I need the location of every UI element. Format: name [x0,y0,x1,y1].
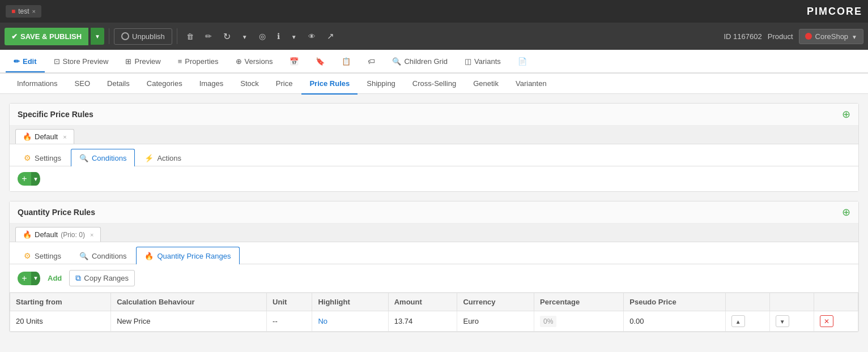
specific-tab-settings[interactable]: Settings [15,149,70,166]
delete-icon [824,317,829,325]
pencil-button[interactable] [201,29,216,44]
cell-calculation: New Price [111,311,267,332]
cell-up[interactable] [725,311,769,332]
row-delete-button[interactable] [820,315,833,327]
col-percentage: Percentage [534,293,624,311]
tab-cross-selling[interactable]: Cross-Selling [405,74,464,95]
add-circle-icon-qty: ⊕ [842,207,850,218]
refresh-icon [223,31,231,42]
tab-varianten[interactable]: Varianten [508,74,555,95]
tab-variants[interactable]: ◫ Variants [457,51,509,72]
tab-tags[interactable]: 🏷 [360,51,383,72]
tab-price-rules[interactable]: Price Rules [301,74,358,95]
quantity-rule-tab-close[interactable]: × [90,231,93,238]
top-tab[interactable]: ■ test × [6,5,41,18]
add-label-button[interactable]: Add [45,271,65,285]
save-publish-button[interactable]: SAVE & PUBLISH [5,28,88,45]
specific-rule-tab-default[interactable]: 🔥 Default × [15,129,74,144]
down-arrow-icon [780,317,785,325]
caret-icon [242,32,248,41]
tab-details[interactable]: Details [99,74,138,95]
trash-button[interactable] [182,29,198,44]
quantity-rule-tabs-bar: 🔥 Default (Prio: 0) × [10,224,858,242]
percentage-value: 0% [540,316,556,327]
cell-starting-from: 20 Units [10,311,111,332]
tab-children-grid[interactable]: 🔍 Children Grid [384,51,456,72]
eye-button[interactable] [304,29,320,44]
quantity-table-container: Starting from Calculation Behaviour Unit… [10,293,858,332]
eye-icon [308,32,316,41]
tab-edit[interactable]: ✏ Edit [6,51,45,72]
add-circle-icon: ⊕ [842,109,850,120]
quantity-tab-settings[interactable]: Settings [15,247,70,264]
quantity-add-main-button[interactable]: + [18,272,31,285]
tab-notes[interactable]: 📄 [510,51,535,72]
store-badge[interactable]: CoreShop [799,29,863,44]
specific-tab-actions[interactable]: Actions [136,149,190,166]
tab-versions[interactable]: ⊕ Versions [228,51,281,72]
specific-add-row: + ▼ [10,166,858,191]
copy-ranges-button[interactable]: Copy Ranges [69,270,135,286]
info-dropdown-button[interactable] [287,29,301,44]
specific-rule-tab-label: Default [35,132,58,141]
tab-properties[interactable]: ≡ Properties [170,51,227,72]
tab-tasks[interactable]: 📋 [334,51,359,72]
product-tab-bar: Informations SEO Details Categories Imag… [0,74,868,94]
row-up-button[interactable] [731,315,745,327]
preview-icon: ⊞ [125,57,131,66]
specific-price-rules-title: Specific Price Rules [18,110,93,119]
col-calculation: Calculation Behaviour [111,293,267,311]
top-bar: ■ test × PIMCORE [0,0,868,23]
specific-rule-tab-close[interactable]: × [63,134,66,140]
tab-categories[interactable]: Categories [139,74,190,95]
specific-price-rules-section: Specific Price Rules ⊕ 🔥 Default × Setti… [9,103,859,192]
edit-icon: ✏ [14,57,20,66]
tab-store-preview[interactable]: ⊡ Store Preview [46,51,117,72]
tab-schedule[interactable]: 📅 [282,51,307,72]
tab-informations[interactable]: Informations [9,74,66,95]
quantity-tab-conditions[interactable]: Conditions [71,247,135,264]
tab-seo[interactable]: SEO [67,74,98,95]
tab-stock[interactable]: Stock [232,74,267,95]
tab-genetik[interactable]: Genetik [465,74,507,95]
cell-delete[interactable] [814,311,858,332]
row-down-button[interactable] [776,315,789,327]
flame-icon-quantity: 🔥 [23,230,32,239]
cell-down[interactable] [769,311,814,332]
col-actions-3 [814,293,858,311]
tab-price[interactable]: Price [268,74,301,95]
target-button[interactable] [254,29,270,44]
refresh-button[interactable] [219,28,235,45]
col-currency: Currency [457,293,534,311]
quantity-tab-ranges[interactable]: 🔥 Quantity Price Ranges [136,247,239,264]
properties-icon: ≡ [178,57,182,66]
col-pseudo-price: Pseudo Price [624,293,726,311]
tab-close-icon[interactable]: × [32,8,36,15]
refresh-dropdown-button[interactable] [237,29,252,44]
specific-add-main-button[interactable]: + [18,172,31,186]
versions-icon: ⊕ [236,57,242,66]
quantity-rules-add-button[interactable]: ⊕ [842,207,850,217]
cell-pseudo-price: 0.00 [624,311,726,332]
quantity-inner-tabs: Settings Conditions 🔥 Quantity Price Ran… [10,242,858,264]
unpublish-button[interactable]: Unpublish [114,28,172,45]
col-unit: Unit [267,293,312,311]
search-icon-quantity [79,252,88,260]
specific-tab-conditions[interactable]: Conditions [71,149,135,166]
specific-add-dropdown-button[interactable]: ▼ [31,172,40,186]
info-button[interactable] [273,29,284,44]
copy-label: Copy Ranges [84,274,129,282]
tab-shipping[interactable]: Shipping [359,74,403,95]
quantity-rule-tab-default[interactable]: 🔥 Default (Prio: 0) × [15,227,101,242]
copy-icon [75,273,81,283]
quantity-add-dropdown-button[interactable]: ▼ [31,272,40,285]
specific-rules-add-button[interactable]: ⊕ [842,109,850,119]
bookmark-icon: 🔖 [316,57,325,66]
save-dropdown-button[interactable] [91,28,104,45]
tab-images[interactable]: Images [192,74,232,95]
share-button[interactable] [322,28,339,44]
tab-preview[interactable]: ⊞ Preview [117,51,168,72]
tab-bookmark[interactable]: 🔖 [308,51,333,72]
store-caret-icon [852,32,857,41]
target-icon [259,32,266,41]
